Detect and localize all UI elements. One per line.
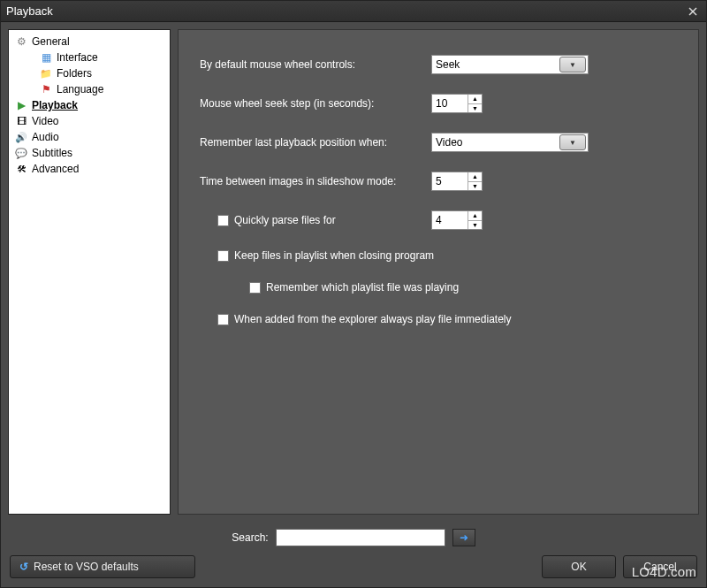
chevron-down-icon[interactable]: ▼ [468,221,482,230]
spinner-arrows: ▲▼ [468,172,482,190]
slideshow-spinner[interactable]: 5 ▲▼ [431,172,483,191]
spinner-value: 10 [432,95,468,112]
sidebar-item-playback[interactable]: Playback [11,97,168,113]
row-quick-parse: Quickly parse files for 4 ▲▼ [200,210,677,230]
footer: Reset to VSO defaults OK Cancel [1,550,706,587]
quick-parse-label: Quickly parse files for [234,214,336,226]
row-seek-step: Mouse wheel seek step (in seconds): 10 ▲… [200,94,677,113]
cancel-button[interactable]: Cancel [623,555,697,578]
ok-button[interactable]: OK [542,555,616,578]
mouse-wheel-combo[interactable]: Seek ▼ [431,55,589,74]
chevron-down-icon[interactable]: ▼ [468,104,482,113]
slideshow-label: Time between images in slideshow mode: [200,175,421,187]
chevron-up-icon[interactable]: ▲ [468,95,482,104]
sidebar-item-label: Interface [57,51,98,64]
sidebar-item-label: Video [32,115,58,127]
chevron-down-icon: ▼ [559,134,586,150]
chevron-up-icon[interactable]: ▲ [468,172,482,182]
row-slideshow: Time between images in slideshow mode: 5… [200,172,677,191]
audio-icon [14,130,28,144]
spinner-arrows: ▲▼ [468,95,482,112]
sidebar-item-label: General [32,35,70,48]
sidebar-item-video[interactable]: Video [11,113,168,129]
row-remember-playlist: Remember which playlist file was playing [200,281,677,294]
mouse-wheel-label: By default mouse wheel controls: [200,58,421,71]
spinner-arrows: ▲▼ [468,211,482,229]
row-mouse-wheel: By default mouse wheel controls: Seek ▼ [200,55,677,74]
close-button[interactable] [685,4,701,19]
sidebar-item-label: Audio [32,131,59,143]
chevron-down-icon: ▼ [559,57,586,73]
cancel-label: Cancel [643,561,676,573]
titlebar: Playback [1,1,706,22]
video-icon [14,114,28,128]
combo-value: Seek [436,58,559,71]
remember-playlist-checkbox[interactable] [249,282,261,294]
remember-pos-label: Remember last playback position when: [200,136,421,149]
reset-defaults-button[interactable]: Reset to VSO defaults [10,555,195,578]
combo-value: Video [436,136,559,149]
gear-icon [14,34,28,49]
sidebar-item-folders[interactable]: Folders [11,65,168,81]
remember-pos-combo[interactable]: Video ▼ [431,133,589,152]
remember-playlist-label: Remember which playlist file was playing [266,281,459,294]
search-input[interactable] [276,529,445,546]
settings-panel: By default mouse wheel controls: Seek ▼ … [178,29,699,515]
reset-label: Reset to VSO defaults [34,561,139,573]
keep-playlist-label: Keep files in playlist when closing prog… [234,249,434,262]
sidebar-item-language[interactable]: Language [11,81,168,97]
explorer-play-checkbox[interactable] [217,314,229,325]
settings-window: Playback General Interface Folders Langu… [0,0,707,588]
body-area: General Interface Folders Language Playb… [1,22,706,522]
sidebar-item-label: Playback [32,99,78,111]
sidebar-item-label: Subtitles [32,147,72,159]
advanced-icon [14,162,28,176]
search-button[interactable] [452,529,475,546]
quick-parse-spinner[interactable]: 4 ▲▼ [431,210,483,230]
close-icon [688,7,697,16]
spinner-value: 5 [432,172,468,190]
row-explorer-play: When added from the explorer always play… [200,313,677,325]
chevron-down-icon[interactable]: ▼ [468,182,482,191]
sidebar-item-audio[interactable]: Audio [11,129,168,145]
explorer-play-label: When added from the explorer always play… [234,313,511,325]
row-remember-pos: Remember last playback position when: Vi… [200,133,677,152]
quick-parse-checkbox[interactable] [217,215,229,226]
row-keep-playlist: Keep files in playlist when closing prog… [200,249,677,262]
search-label: Search: [232,531,268,544]
arrow-right-icon [460,531,468,544]
sidebar-item-interface[interactable]: Interface [11,50,168,65]
spinner-value: 4 [432,211,468,229]
search-bar: Search: [1,522,706,550]
sidebar-item-label: Folders [57,67,92,80]
window-icon [39,50,53,65]
sidebar-item-label: Language [57,83,103,95]
flag-icon [39,82,53,96]
subtitles-icon [14,146,28,160]
sidebar-item-subtitles[interactable]: Subtitles [11,145,168,161]
seek-step-spinner[interactable]: 10 ▲▼ [431,94,483,113]
keep-playlist-checkbox[interactable] [217,250,229,262]
category-tree: General Interface Folders Language Playb… [8,29,171,515]
ok-label: OK [571,561,586,573]
seek-step-label: Mouse wheel seek step (in seconds): [200,97,421,110]
folder-icon [39,66,53,80]
sidebar-item-general[interactable]: General [11,34,168,50]
sidebar-item-label: Advanced [32,163,79,175]
reset-icon [19,561,28,573]
sidebar-item-advanced[interactable]: Advanced [11,161,168,177]
play-icon [14,98,28,112]
window-title: Playback [6,4,685,18]
chevron-up-icon[interactable]: ▲ [468,211,482,221]
